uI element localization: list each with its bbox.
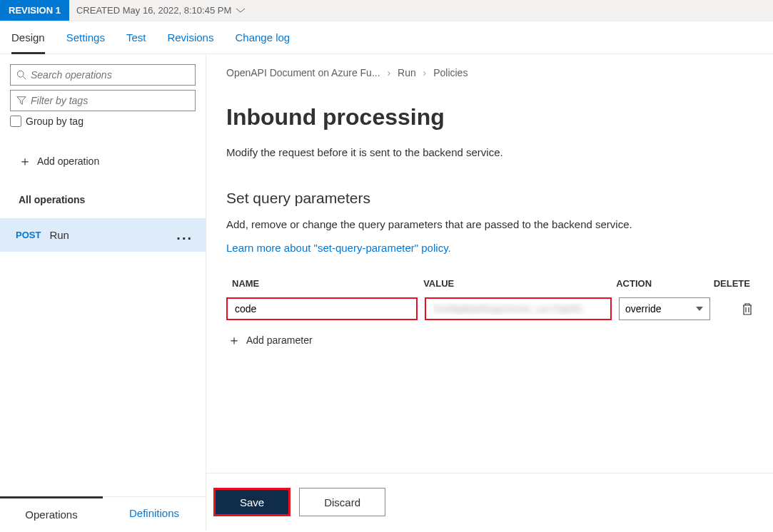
param-name-input[interactable]: [226, 297, 418, 320]
page-description: Modify the request before it is sent to …: [226, 146, 753, 158]
breadcrumb-item: Policies: [433, 67, 468, 78]
sidebar-tab-operations[interactable]: Operations: [0, 496, 103, 531]
filter-icon: [16, 96, 26, 106]
all-operations-header[interactable]: All operations: [0, 188, 206, 218]
col-header-name: NAME: [226, 278, 423, 289]
method-badge: POST: [16, 230, 41, 240]
add-parameter[interactable]: ＋ Add parameter: [226, 323, 753, 357]
top-bar: REVISION 1 CREATED May 16, 2022, 8:10:45…: [0, 0, 773, 21]
tab-design[interactable]: Design: [11, 31, 45, 54]
col-header-delete: DELETE: [714, 278, 753, 289]
chevron-right-icon: ›: [387, 67, 390, 78]
operation-name: Run: [49, 229, 69, 241]
revision-date[interactable]: CREATED May 16, 2022, 8:10:45 PM: [69, 5, 246, 16]
tab-settings[interactable]: Settings: [66, 31, 105, 53]
plus-icon: ＋: [19, 153, 31, 170]
discard-button[interactable]: Discard: [299, 488, 385, 516]
group-by-tag[interactable]: Group by tag: [10, 116, 196, 127]
tab-revisions[interactable]: Revisions: [167, 31, 213, 53]
search-box[interactable]: [10, 64, 196, 86]
created-label: CREATED May 16, 2022, 8:10:45 PM: [76, 5, 231, 16]
section-description: Add, remove or change the query paramete…: [226, 218, 753, 230]
svg-line-1: [23, 76, 26, 79]
tab-changelog[interactable]: Change log: [235, 31, 290, 53]
revision-badge[interactable]: REVISION 1: [0, 0, 69, 21]
section-title: Set query parameters: [226, 190, 753, 207]
delete-icon[interactable]: [742, 302, 753, 315]
page-title: Inbound processing: [226, 104, 753, 131]
breadcrumb: OpenAPI Document on Azure Fu... › Run › …: [226, 67, 753, 78]
group-by-label: Group by tag: [26, 116, 84, 127]
footer-bar: Save Discard: [206, 473, 773, 531]
tab-test[interactable]: Test: [126, 31, 146, 53]
filter-input[interactable]: [31, 95, 189, 106]
add-operation-label: Add operation: [37, 155, 99, 167]
table-header-row: NAME VALUE ACTION DELETE: [226, 272, 753, 295]
operation-item-run[interactable]: POST Run ...: [0, 218, 206, 252]
param-action-select[interactable]: override: [619, 297, 710, 320]
content: Group by tag ＋ Add operation All operati…: [0, 54, 773, 531]
sidebar-top: Group by tag: [0, 54, 206, 134]
learn-more-link[interactable]: Learn more about "set-query-parameter" p…: [226, 242, 451, 254]
plus-icon: ＋: [228, 332, 241, 349]
col-header-value: VALUE: [423, 278, 616, 289]
main-tabs: Design Settings Test Revisions Change lo…: [0, 21, 773, 54]
parameter-table: NAME VALUE ACTION DELETE override: [226, 272, 753, 357]
col-header-action: ACTION: [616, 278, 714, 289]
sidebar: Group by tag ＋ Add operation All operati…: [0, 54, 206, 531]
sidebar-bottom-tabs: Operations Definitions: [0, 496, 206, 531]
table-row: override: [226, 295, 753, 323]
svg-point-0: [17, 71, 24, 77]
breadcrumb-item[interactable]: OpenAPI Document on Azure Fu...: [226, 67, 380, 78]
chevron-right-icon: ›: [423, 67, 427, 78]
search-input[interactable]: [31, 69, 189, 81]
main-panel: OpenAPI Document on Azure Fu... › Run › …: [206, 54, 773, 531]
add-operation[interactable]: ＋ Add operation: [0, 134, 206, 188]
breadcrumb-item[interactable]: Run: [398, 67, 416, 78]
param-value-input[interactable]: [425, 297, 612, 320]
sidebar-tab-definitions[interactable]: Definitions: [103, 497, 206, 531]
chevron-down-icon: [236, 8, 246, 14]
save-button[interactable]: Save: [213, 488, 290, 516]
group-by-checkbox[interactable]: [10, 116, 21, 127]
search-icon: [16, 70, 26, 80]
more-icon[interactable]: ...: [176, 227, 193, 243]
filter-box[interactable]: [10, 90, 196, 111]
add-parameter-label: Add parameter: [246, 334, 313, 346]
